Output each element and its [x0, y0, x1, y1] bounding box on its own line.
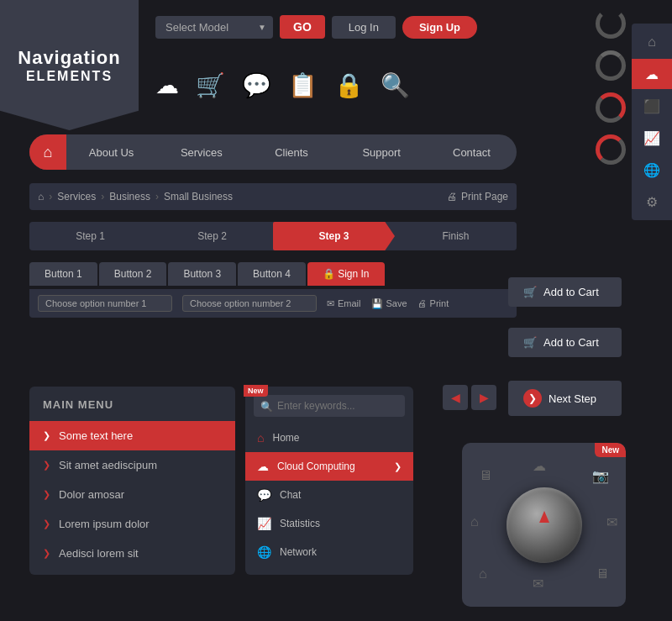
search-menu-wrap: New 🔍 ⌂ Home ☁ Cloud Computing ❯ 💬 Chat … [245, 387, 413, 575]
new-badge: New [244, 385, 268, 397]
nav-item-clients[interactable]: Clients [246, 146, 336, 159]
knob-icon-ml: ⌂ [470, 514, 479, 529]
knob-icon-bm: ✉ [533, 576, 543, 592]
next-step-button[interactable]: ❯ Next Step [508, 381, 622, 416]
login-button[interactable]: Log In [332, 16, 396, 39]
spinner-2 [596, 50, 626, 81]
step-2[interactable]: Step 2 [151, 222, 273, 250]
chevron-icon: ❯ [43, 460, 50, 471]
contact-card-icon[interactable]: 📋 [288, 71, 318, 99]
prev-next-controls: ◀ ▶ [443, 385, 496, 410]
toolbar: Choose option number 1 Choose option num… [29, 289, 517, 318]
select-model-wrap[interactable]: Select Model [155, 16, 273, 39]
signup-button[interactable]: Sign Up [402, 16, 477, 39]
menu-item-3[interactable]: ❯ Lorem ipsum dolor [29, 509, 235, 539]
cloud-computing-icon: ☁ [257, 460, 269, 473]
lock-icon[interactable]: 🔒 [334, 71, 364, 99]
ribbon-title: Navigation ELEMENTS [0, 0, 139, 130]
tabs-row: Button 1 Button 2 Button 3 Button 4 🔒 Si… [29, 262, 517, 286]
print-action[interactable]: 🖨 Print [417, 298, 449, 308]
knob-icon-tm: ☁ [533, 458, 546, 474]
menu-item-2[interactable]: ❯ Dolor amosar [29, 480, 235, 509]
tab-button-2[interactable]: Button 2 [99, 262, 167, 286]
vert-nav-stats[interactable]: 📈 [632, 123, 672, 153]
tab-button-1[interactable]: Button 1 [29, 262, 97, 286]
search-input[interactable] [254, 395, 405, 417]
knob-dial[interactable] [507, 487, 582, 563]
nav-item-contact[interactable]: Contact [427, 146, 517, 159]
title-nav: Navigation [18, 47, 120, 69]
knob-arrow [539, 511, 549, 523]
chevron-icon: ❯ [43, 518, 50, 529]
cart-icon[interactable]: 🛒 [196, 71, 225, 99]
smenu-cloud[interactable]: ☁ Cloud Computing ❯ [245, 452, 413, 481]
print-page-button[interactable]: 🖨 Print Page [447, 191, 508, 203]
tab-button-3[interactable]: Button 3 [168, 262, 236, 286]
step-3-active[interactable]: Step 3 [273, 222, 395, 250]
cloud-icon[interactable]: ☁ [155, 71, 179, 99]
breadcrumb-business[interactable]: Business [109, 191, 150, 203]
select-model[interactable]: Select Model [155, 16, 273, 39]
smenu-network[interactable]: 🌐 Network [245, 538, 413, 566]
menu-item-0[interactable]: ❯ Some text here [29, 421, 235, 450]
email-action[interactable]: ✉ Email [327, 298, 361, 309]
menu-item-1[interactable]: ❯ Sit amet aediscipum [29, 450, 235, 480]
knob-widget: New 🖥 ☁ 📷 ⌂ ✉ ⌂ ✉ 🖥 [462, 443, 626, 607]
breadcrumb-home[interactable]: ⌂ [38, 191, 44, 203]
smenu-stats[interactable]: 📈 Statistics [245, 509, 413, 538]
main-menu: Main MENU ❯ Some text here ❯ Sit amet ae… [29, 387, 235, 575]
breadcrumb: ⌂ › Services › Business › Small Business… [29, 183, 517, 210]
breadcrumb-small-business[interactable]: Small Business [164, 191, 233, 203]
knob-icon-tl: 🖥 [479, 468, 492, 483]
next-step-arrow-icon: ❯ [523, 389, 542, 408]
main-menu-title: Main MENU [29, 398, 235, 421]
smenu-chat[interactable]: 💬 Chat [245, 481, 413, 509]
chat-icon: 💬 [257, 488, 271, 502]
smenu-home[interactable]: ⌂ Home [245, 424, 413, 452]
step-finish[interactable]: Finish [395, 222, 517, 250]
chat-icon[interactable]: 💬 [242, 71, 271, 99]
icon-row: ☁ 🛒 💬 📋 🔒 🔍 [155, 71, 410, 99]
nav-item-services[interactable]: Services [156, 146, 246, 159]
menu-item-4[interactable]: ❯ Aedisci lorem sit [29, 539, 235, 568]
vert-nav-globe[interactable]: 🌐 [632, 155, 672, 185]
main-nav: ⌂ About Us Services Clients Support Cont… [29, 134, 517, 170]
knob-icon-tr: 📷 [592, 468, 609, 484]
chevron-icon: ❯ [43, 430, 50, 441]
spinner-3-red [596, 92, 626, 123]
add-to-cart-button-1[interactable]: 🛒 Add to Cart [508, 277, 622, 307]
cart-icon-btn-2: 🛒 [523, 336, 537, 349]
vert-nav-cloud[interactable]: ☁ [632, 59, 672, 89]
spinner-1 [596, 8, 626, 39]
vert-nav-settings[interactable]: ⚙ [632, 187, 672, 217]
vert-nav-home[interactable]: ⌂ [632, 27, 672, 57]
option-select-1[interactable]: Choose option number 1 [38, 295, 172, 312]
chevron-right-icon: ❯ [394, 461, 402, 472]
printer-icon: 🖨 [447, 191, 457, 203]
tab-button-4[interactable]: Button 4 [238, 262, 306, 286]
top-controls: Select Model GO Log In Sign Up [155, 15, 477, 39]
tab-sign-in[interactable]: 🔒 Sign In [307, 262, 385, 286]
nav-item-about[interactable]: About Us [66, 146, 156, 159]
email-icon: ✉ [327, 298, 334, 309]
chevron-icon: ❯ [43, 489, 50, 500]
vertical-nav: ⌂ ☁ ⬛ 📈 🌐 ⚙ [632, 24, 672, 220]
steps-bar: Step 1 Step 2 Step 3 Finish [29, 222, 517, 250]
prev-button[interactable]: ◀ [443, 385, 468, 410]
spinner-4 [596, 134, 626, 165]
search-menu: 🔍 ⌂ Home ☁ Cloud Computing ❯ 💬 Chat 📈 St… [245, 387, 413, 575]
add-to-cart-button-2[interactable]: 🛒 Add to Cart [508, 328, 622, 357]
nav-home-button[interactable]: ⌂ [29, 134, 66, 170]
knob-icon-mr: ✉ [606, 514, 617, 530]
nav-item-support[interactable]: Support [337, 146, 427, 159]
breadcrumb-services[interactable]: Services [57, 191, 96, 203]
cart-icon-btn: 🛒 [523, 286, 537, 298]
save-action[interactable]: 💾 Save [371, 298, 407, 309]
step-1[interactable]: Step 1 [29, 222, 151, 250]
go-button[interactable]: GO [280, 15, 325, 39]
vert-nav-files[interactable]: ⬛ [632, 91, 672, 121]
search-icon[interactable]: 🔍 [381, 71, 410, 99]
search-input-wrap[interactable]: 🔍 [245, 395, 413, 424]
option-select-2[interactable]: Choose option number 2 [182, 295, 317, 312]
next-button[interactable]: ▶ [471, 385, 496, 410]
